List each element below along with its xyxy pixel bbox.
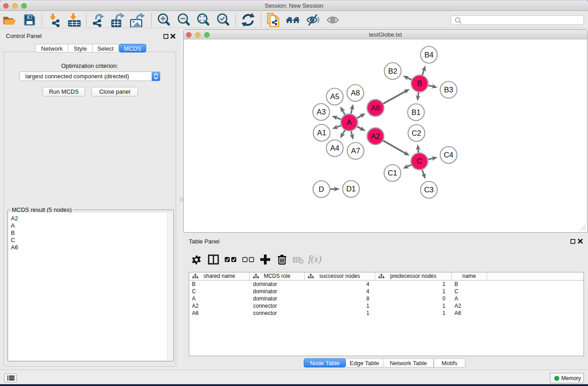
svg-text:D: D (319, 185, 324, 193)
svg-text:A3: A3 (316, 108, 325, 116)
svg-text:A: A (347, 118, 352, 126)
svg-text:C4: C4 (444, 151, 453, 159)
svg-text:A8: A8 (351, 89, 360, 97)
svg-text:C1: C1 (387, 169, 397, 177)
svg-text:B4: B4 (424, 51, 433, 59)
svg-text:A4: A4 (330, 144, 339, 152)
svg-text:A5: A5 (330, 92, 339, 100)
svg-text:C3: C3 (424, 186, 434, 194)
svg-text:B1: B1 (411, 108, 421, 116)
svg-text:B2: B2 (388, 67, 397, 75)
svg-text:A6: A6 (371, 104, 380, 112)
svg-text:B: B (417, 79, 422, 87)
svg-text:A1: A1 (317, 129, 326, 137)
svg-text:A7: A7 (351, 147, 360, 155)
svg-text:A2: A2 (371, 132, 380, 140)
svg-text:C: C (417, 157, 422, 165)
svg-text:B3: B3 (444, 86, 453, 94)
svg-text:D1: D1 (346, 185, 356, 193)
svg-text:C2: C2 (411, 129, 421, 137)
